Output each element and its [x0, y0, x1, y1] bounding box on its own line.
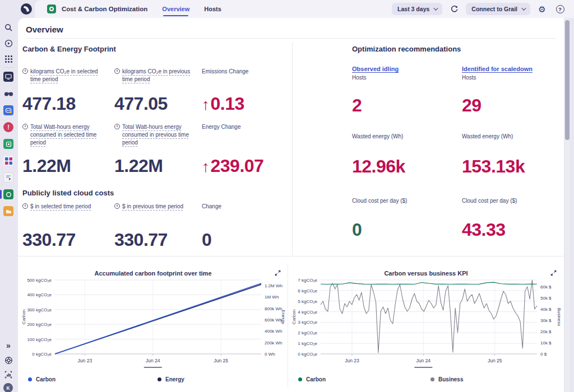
svg-text:800k Wh: 800k Wh — [265, 306, 283, 311]
metric-value: 0 — [202, 230, 286, 250]
svg-text:500 kgCO₂e: 500 kgCO₂e — [27, 278, 52, 283]
top-app-bar: Cost & Carbon Optimization Overview Host… — [35, 0, 574, 18]
app-title: Cost & Carbon Optimization — [62, 6, 147, 12]
sidebar-item-copilot-app[interactable] — [3, 105, 13, 115]
sidebar-item-problems-app[interactable]: ! — [3, 122, 13, 132]
svg-text:0 $: 0 $ — [540, 352, 547, 357]
metric-label: Energy Change — [202, 123, 286, 156]
metric-label[interactable]: i $ in previous time period — [114, 203, 198, 230]
chart-legend: CarbonBusiness — [289, 376, 563, 382]
connect-to-grail-button[interactable]: Connect to Grail — [466, 3, 530, 15]
metric-value: 1.22M — [22, 156, 114, 176]
metric-label[interactable]: i $ in selected time period — [22, 203, 107, 230]
svg-text:20k $: 20k $ — [540, 329, 552, 334]
svg-text:Carbon: Carbon — [291, 310, 297, 324]
svg-text:3 kgCO₂e: 3 kgCO₂e — [298, 320, 317, 325]
sidebar-item-binoculars-app[interactable] — [3, 88, 13, 99]
carbon-app-icon — [47, 4, 56, 13]
metric-value: 330.77 — [114, 230, 202, 250]
sidebar-item-notebooks-app[interactable] — [3, 172, 13, 183]
svg-text:1 kgCO₂e: 1 kgCO₂e — [298, 341, 317, 346]
expand-sidebar-icon[interactable]: » — [0, 339, 17, 352]
legend-item[interactable]: Energy — [158, 376, 287, 382]
sidebar-item-carbon-app[interactable] — [3, 189, 13, 199]
wasted-energy-value: 153.13k — [462, 156, 561, 177]
main-content: Overview Carbon & Energy Footprint i kil… — [18, 18, 564, 392]
user-avatar[interactable]: K — [3, 383, 13, 392]
svg-text:40k $: 40k $ — [540, 307, 552, 312]
sidebar-item-monitor-app[interactable] — [3, 72, 13, 82]
svg-text:600k Wh: 600k Wh — [265, 318, 283, 323]
info-icon: i — [22, 124, 28, 129]
metric-value: 330.77 — [22, 230, 114, 250]
carbon-footprint-chart[interactable]: 0 kgCO₂e100 kgCO₂e200 kgCO₂e300 kgCO₂e40… — [19, 277, 287, 373]
time-range-selector[interactable]: Last 3 days — [392, 3, 442, 15]
scaledown-link[interactable]: Identified for scaledown — [462, 66, 561, 72]
optimization-heading: Optimization recommendations — [352, 45, 561, 53]
search-icon[interactable] — [0, 21, 17, 34]
svg-text:Jun 25: Jun 25 — [214, 358, 228, 363]
expand-chart-icon[interactable] — [274, 269, 281, 279]
section-divider-vertical — [292, 43, 293, 255]
metric-label[interactable]: i Total Watt-hours energy consumed in se… — [22, 123, 102, 156]
metric-value-change: ↑0.13 — [202, 94, 286, 114]
scaledown-hosts-value: 29 — [462, 95, 561, 116]
sidebar-item-automations-app[interactable] — [3, 206, 13, 216]
svg-text:Jun 23: Jun 23 — [78, 358, 92, 363]
idling-hosts-value: 2 — [352, 95, 462, 116]
info-icon: i — [22, 68, 28, 74]
sidebar: ! » K — [0, 18, 17, 392]
svg-text:1M Wh: 1M Wh — [265, 295, 279, 300]
svg-text:Jun 24: Jun 24 — [416, 358, 431, 363]
metric-value: 1.22M — [114, 156, 202, 176]
app-launcher-icon[interactable] — [0, 53, 17, 65]
tab-overview[interactable]: Overview — [162, 0, 189, 18]
cloud-cost-value: 0 — [352, 220, 462, 240]
tab-hosts[interactable]: Hosts — [204, 0, 221, 18]
metric-label[interactable]: i kilograms CO₂e in selected time period — [22, 68, 101, 94]
info-icon: i — [114, 124, 120, 129]
metric-label[interactable]: i Total Watt-hours energy consumed in pr… — [114, 123, 196, 156]
wasted-energy-label: Wasted energy (Wh) — [462, 133, 561, 141]
sidebar-item-sessions-app[interactable] — [3, 139, 13, 149]
metric-label[interactable]: i kilograms CO₂e in previous time period — [114, 68, 196, 94]
svg-text:30k $: 30k $ — [540, 318, 552, 323]
svg-text:400 kgCO₂e: 400 kgCO₂e — [27, 292, 52, 297]
chevron-down-icon — [521, 6, 526, 10]
history-icon[interactable] — [0, 37, 17, 49]
cloud-costs-heading: Publicly listed cloud costs — [22, 189, 286, 197]
svg-text:300 kgCO₂e: 300 kgCO₂e — [27, 307, 52, 312]
svg-text:4 kgCO₂e: 4 kgCO₂e — [298, 310, 317, 315]
cloud-cost-value: 43.33 — [462, 220, 561, 240]
svg-text:Business: Business — [557, 308, 562, 326]
carbon-vs-business-chart[interactable]: 0 kgCO₂e1 kgCO₂e2 kgCO₂e3 kgCO₂e4 kgCO₂e… — [289, 277, 563, 373]
metric-value: 477.05 — [114, 94, 202, 114]
legend-item[interactable]: Carbon — [28, 376, 158, 382]
settings-button[interactable]: ⚙ — [536, 3, 548, 15]
chart-panel-divider — [288, 263, 288, 388]
metric-value: 477.18 — [22, 94, 114, 114]
svg-text:1.2M Wh: 1.2M Wh — [265, 283, 283, 288]
observed-idling-link[interactable]: Observed idling — [352, 66, 462, 72]
scrollbar-thumb[interactable] — [565, 20, 570, 140]
svg-text:0 kgCO₂e: 0 kgCO₂e — [298, 352, 317, 357]
usage-chart-icon[interactable] — [0, 368, 17, 381]
help-lifering-icon[interactable] — [0, 354, 17, 366]
sidebar-item-smartscape-app[interactable] — [3, 156, 13, 166]
legend-item[interactable]: Business — [430, 376, 563, 382]
up-arrow-icon: ↑ — [202, 96, 210, 113]
refresh-button[interactable] — [448, 3, 460, 15]
legend-dot-icon — [158, 377, 161, 381]
question-icon: ? — [556, 5, 564, 13]
metric-label: Change — [202, 203, 286, 230]
wasted-energy-label: Wasted energy (Wh) — [352, 133, 462, 141]
help-button[interactable]: ? — [554, 3, 566, 15]
hosts-label: Hosts — [462, 74, 561, 81]
dynatrace-logo — [20, 3, 33, 15]
expand-chart-icon[interactable] — [550, 269, 557, 279]
svg-text:100 kgCO₂e: 100 kgCO₂e — [27, 337, 52, 342]
up-arrow-icon: ↑ — [202, 158, 210, 175]
chart-legend: CarbonEnergy — [19, 376, 287, 382]
hosts-label: Hosts — [352, 74, 462, 81]
legend-item[interactable]: Carbon — [298, 376, 430, 382]
